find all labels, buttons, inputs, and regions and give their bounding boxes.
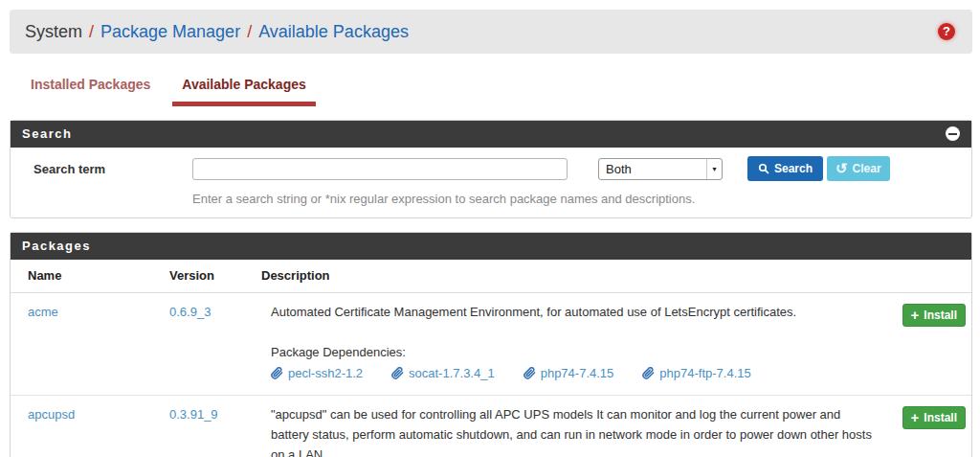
- search-scope-value: Both: [599, 162, 706, 176]
- paperclip-icon: [391, 367, 404, 379]
- package-name-link[interactable]: acme: [28, 305, 58, 319]
- paperclip-icon: [523, 367, 536, 379]
- search-icon: [758, 163, 769, 174]
- breadcrumb: System / Package Manager / Available Pac…: [10, 10, 972, 54]
- breadcrumb-separator: /: [240, 22, 258, 42]
- search-panel-header: Search: [11, 121, 971, 148]
- package-description: Automated Certificate Management Environ…: [271, 302, 881, 322]
- breadcrumb-available-packages[interactable]: Available Packages: [258, 22, 409, 42]
- clear-button[interactable]: ↺ Clear: [827, 156, 890, 181]
- collapse-icon[interactable]: [946, 126, 960, 141]
- breadcrumb-system: System: [25, 22, 82, 42]
- dependency-link[interactable]: socat-1.7.3.4_1: [391, 363, 495, 383]
- package-version-link[interactable]: 0.6.9_3: [169, 305, 211, 319]
- packages-panel-title: Packages: [22, 239, 91, 253]
- install-button[interactable]: + Install: [902, 406, 966, 429]
- table-row-apcupsd: apcupsd 0.3.91_9 "apcupsd" can be used f…: [11, 396, 971, 457]
- package-version-link[interactable]: 0.3.91_9: [169, 407, 218, 422]
- help-icon[interactable]: ?: [938, 23, 955, 40]
- breadcrumb-separator: /: [82, 22, 100, 42]
- tab-bar: Installed Packages Available Packages: [21, 77, 972, 106]
- search-scope-select[interactable]: Both ▾: [598, 158, 723, 180]
- search-input[interactable]: [192, 158, 568, 180]
- install-button-label: Install: [924, 411, 957, 424]
- package-description: "apcupsd" can be used for controlling al…: [271, 404, 881, 457]
- undo-icon: ↺: [835, 164, 848, 173]
- search-form: Search term Both ▾ Search ↺ Clear Enter …: [11, 148, 971, 217]
- plus-icon: +: [911, 412, 920, 423]
- paperclip-icon: [271, 367, 283, 379]
- search-panel-title: Search: [22, 126, 72, 141]
- search-term-label: Search term: [11, 162, 192, 176]
- packages-panel: Packages Name Version Description acme 0…: [10, 232, 972, 457]
- table-row-acme: acme 0.6.9_3 Automated Certificate Manag…: [11, 293, 971, 396]
- dependency-link[interactable]: php74-ftp-7.4.15: [642, 363, 750, 383]
- plus-icon: +: [911, 309, 920, 321]
- paperclip-icon: [642, 367, 655, 379]
- install-button-label: Install: [924, 308, 957, 322]
- packages-panel-header: Packages: [11, 233, 971, 260]
- dependency-link[interactable]: pecl-ssh2-1.2: [271, 363, 363, 383]
- search-panel: Search Search term Both ▾ Search ↺ Clear: [10, 120, 972, 218]
- column-header-version: Version: [169, 260, 261, 292]
- dependencies-label: Package Dependencies:: [271, 342, 881, 362]
- package-name-link[interactable]: apcupsd: [28, 407, 75, 422]
- dependency-link[interactable]: php74-7.4.15: [523, 363, 614, 383]
- chevron-down-icon: ▾: [706, 159, 722, 179]
- install-button[interactable]: + Install: [902, 304, 966, 327]
- packages-table-header: Name Version Description: [11, 260, 971, 293]
- search-button[interactable]: Search: [747, 156, 823, 181]
- column-header-name: Name: [28, 260, 169, 292]
- package-manager-page: System / Package Manager / Available Pac…: [0, 0, 980, 457]
- search-help-text: Enter a search string or *nix regular ex…: [192, 192, 971, 206]
- tab-available-packages[interactable]: Available Packages: [172, 77, 315, 106]
- dependencies-list: pecl-ssh2-1.2 socat-1.7.3.4_1 php74-7.4.…: [271, 363, 881, 383]
- breadcrumb-package-manager[interactable]: Package Manager: [100, 22, 240, 42]
- clear-button-label: Clear: [853, 162, 881, 175]
- search-button-label: Search: [774, 162, 813, 175]
- tab-installed-packages[interactable]: Installed Packages: [21, 77, 160, 106]
- column-header-description: Description: [261, 260, 895, 292]
